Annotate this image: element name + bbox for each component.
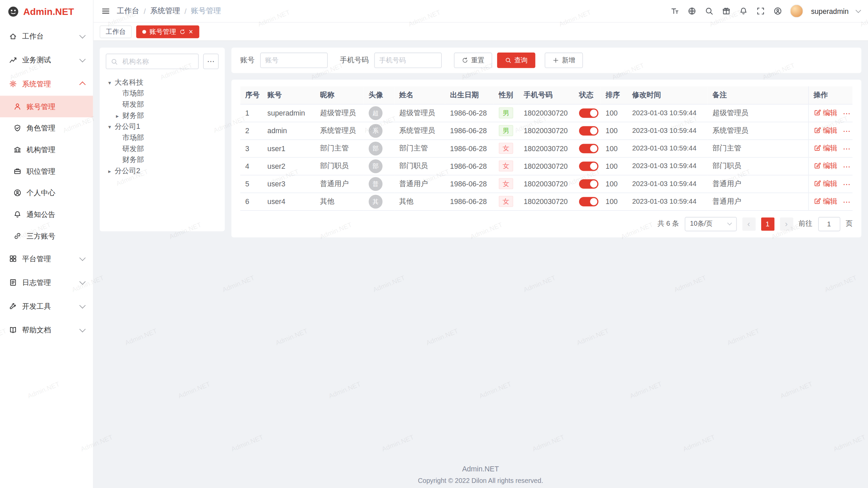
edit-button[interactable]: 编辑 xyxy=(813,143,837,153)
username[interactable]: superadmin xyxy=(811,7,849,15)
table-row: 5user3普通用户普普通用户1986-06-28女18020030720100… xyxy=(240,175,853,192)
tree-node-研发部[interactable]: 研发部 xyxy=(106,143,219,155)
ops-cell: 编辑⋯ xyxy=(808,157,853,175)
breadcrumb: 工作台/系统管理/账号管理 xyxy=(117,6,221,16)
tree-node-市场部[interactable]: 市场部 xyxy=(106,132,219,143)
nickname-cell: 其他 xyxy=(315,192,364,210)
name-cell: 部门主管 xyxy=(394,139,445,157)
sidebar-item-workbench[interactable]: 工作台 xyxy=(0,24,93,48)
user-avatar[interactable] xyxy=(790,4,803,18)
goto-page-input[interactable] xyxy=(818,217,840,231)
avatar-cell: 部 xyxy=(364,139,394,157)
avatar-cell: 部 xyxy=(364,157,394,175)
sidebar-subitem-个人中心[interactable]: 个人中心 xyxy=(0,182,93,204)
font-size-icon[interactable] xyxy=(670,6,679,16)
caret-right-icon[interactable]: ▸ xyxy=(106,168,114,174)
gear-icon xyxy=(8,79,17,88)
breadcrumb-item: 账号管理 xyxy=(191,6,221,16)
caret-down-icon[interactable]: ▾ xyxy=(106,124,114,130)
reset-button[interactable]: 重置 xyxy=(454,53,492,68)
sidebar-item-platform[interactable]: 平台管理 xyxy=(0,247,93,270)
sidebar-item-help[interactable]: 帮助文档 xyxy=(0,318,93,342)
sidebar-subitem-职位管理[interactable]: 职位管理 xyxy=(0,160,93,182)
sidebar-subitem-角色管理[interactable]: 角色管理 xyxy=(0,117,93,139)
active-tab-dot xyxy=(142,29,146,33)
edit-button[interactable]: 编辑 xyxy=(813,196,837,206)
sidebar-item-business-test[interactable]: 业务测试 xyxy=(0,48,93,72)
sidebar-subitem-通知公告[interactable]: 通知公告 xyxy=(0,204,93,225)
tab-账号管理[interactable]: 账号管理× xyxy=(136,25,199,38)
tree-node-分公司2[interactable]: ▸分公司2 xyxy=(106,165,219,177)
more-actions-button[interactable]: ⋯ xyxy=(843,198,851,206)
next-page-button[interactable]: › xyxy=(780,217,793,230)
status-toggle[interactable] xyxy=(579,108,598,118)
status-toggle[interactable] xyxy=(579,144,598,153)
org-search-input[interactable] xyxy=(121,57,194,66)
tree-node-研发部[interactable]: 研发部 xyxy=(106,99,219,110)
tab-工作台[interactable]: 工作台 xyxy=(100,25,132,38)
phone-input[interactable] xyxy=(374,53,442,68)
status-toggle[interactable] xyxy=(579,179,598,188)
admin-app: Admin.NET 工作台业务测试系统管理账号管理角色管理机构管理职位管理个人中… xyxy=(0,0,868,488)
more-actions-button[interactable]: ⋯ xyxy=(843,127,851,136)
edit-button[interactable]: 编辑 xyxy=(813,179,837,188)
edit-button[interactable]: 编辑 xyxy=(813,161,837,171)
chevron-down-icon xyxy=(727,221,732,225)
close-icon[interactable]: × xyxy=(189,28,193,35)
breadcrumb-item[interactable]: 工作台 xyxy=(117,6,139,16)
notification-bell-icon[interactable] xyxy=(738,6,748,16)
tabs-bar: 工作台账号管理× xyxy=(93,22,868,41)
caret-right-icon[interactable]: ▸ xyxy=(114,113,121,119)
breadcrumb-item[interactable]: 系统管理 xyxy=(150,6,180,16)
sidebar-subitem-机构管理[interactable]: 机构管理 xyxy=(0,139,93,161)
edit-button[interactable]: 编辑 xyxy=(813,125,837,135)
tree-node-大名科技[interactable]: ▾大名科技 xyxy=(106,77,219,88)
status-toggle[interactable] xyxy=(579,126,598,135)
home-icon xyxy=(8,32,17,41)
person-icon xyxy=(13,188,22,197)
theme-icon[interactable] xyxy=(721,6,731,16)
caret-down-icon[interactable]: ▾ xyxy=(106,79,114,85)
sidebar-item-devtools[interactable]: 开发工具 xyxy=(0,294,93,318)
chevron-down-icon xyxy=(79,32,85,38)
more-actions-button[interactable]: ⋯ xyxy=(843,180,851,189)
sidebar-subitem-账号管理[interactable]: 账号管理 xyxy=(0,96,93,117)
org-more-button[interactable]: ⋯ xyxy=(203,54,219,69)
sidebar-item-system[interactable]: 系统管理 xyxy=(0,72,93,96)
more-actions-button[interactable]: ⋯ xyxy=(843,109,851,118)
status-toggle[interactable] xyxy=(579,161,598,171)
more-actions-button[interactable]: ⋯ xyxy=(843,162,851,171)
brand-name: Admin.NET xyxy=(23,7,74,18)
more-actions-button[interactable]: ⋯ xyxy=(843,145,851,154)
tree-node-分公司1[interactable]: ▾分公司1 xyxy=(106,121,219,133)
pagination: 共 6 条 10条/页 ‹ 1 › 前往 页 xyxy=(240,210,853,232)
tree-node-财务部[interactable]: ▸财务部 xyxy=(106,110,219,121)
profile-icon[interactable] xyxy=(773,6,782,16)
chevron-down-icon xyxy=(79,279,85,285)
remark-cell: 普通用户 xyxy=(708,175,808,192)
tree-node-市场部[interactable]: 市场部 xyxy=(106,88,219,99)
status-toggle[interactable] xyxy=(579,197,598,206)
hamburger-icon[interactable] xyxy=(101,6,110,16)
no-cell: 6 xyxy=(240,192,262,210)
fullscreen-icon[interactable] xyxy=(756,6,765,16)
name-cell: 其他 xyxy=(394,192,445,210)
modified-cell: 2023-01-03 10:59:44 xyxy=(627,139,708,157)
refresh-icon[interactable] xyxy=(179,28,185,35)
grid-icon xyxy=(8,254,17,263)
page-size-select[interactable]: 10条/页 xyxy=(685,217,736,231)
prev-page-button[interactable]: ‹ xyxy=(742,217,755,230)
add-button[interactable]: 新增 xyxy=(545,53,583,68)
account-section: 账号 手机号码 重置 查询 新增 序号账号昵称头像姓名出生日期性别手机号码状态排… xyxy=(231,47,861,237)
sidebar-item-logs[interactable]: 日志管理 xyxy=(0,270,93,294)
sidebar-subitem-三方账号[interactable]: 三方账号 xyxy=(0,225,93,247)
tree-node-财务部[interactable]: 财务部 xyxy=(106,155,219,166)
current-page[interactable]: 1 xyxy=(761,217,774,230)
refresh-icon xyxy=(462,57,469,64)
search-icon[interactable] xyxy=(704,6,714,16)
language-icon[interactable] xyxy=(687,6,696,16)
tool-icon xyxy=(8,302,17,311)
search-button[interactable]: 查询 xyxy=(497,53,535,68)
edit-button[interactable]: 编辑 xyxy=(813,108,837,118)
account-input[interactable] xyxy=(260,53,328,68)
